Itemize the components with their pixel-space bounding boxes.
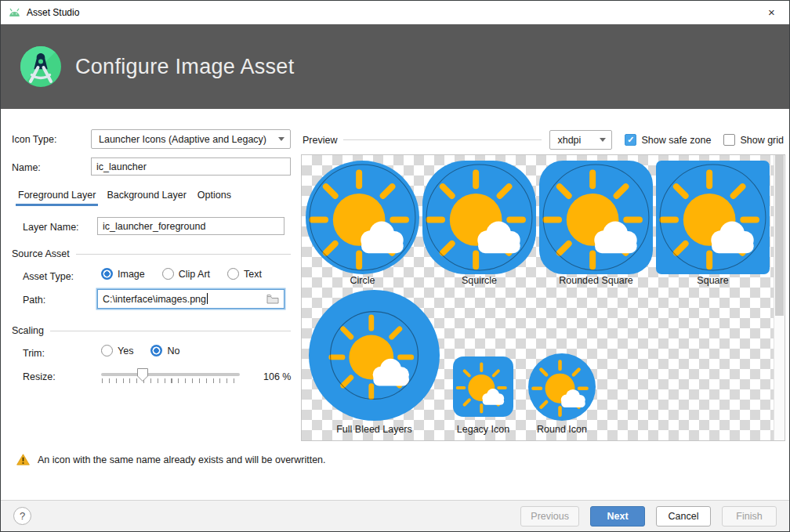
- chevron-down-icon: [600, 138, 606, 142]
- footer-buttons: PreviousNextCancelFinish: [520, 506, 777, 527]
- name-label: Name:: [12, 162, 41, 173]
- asset-type-radio-group: ImageClip ArtText: [101, 268, 274, 280]
- show-safe-zone-option[interactable]: ✓ Show safe zone: [625, 134, 711, 146]
- preview-tile-label-rounded-square: Rounded Square: [559, 275, 633, 286]
- main-content: Icon Type: Launcher Icons (Adaptive and …: [1, 109, 789, 501]
- path-input[interactable]: C:\interface\images.png: [97, 289, 284, 309]
- resize-slider[interactable]: [101, 367, 240, 385]
- chevron-down-icon: [278, 137, 284, 141]
- warning-message: An icon with the same name already exist…: [16, 454, 326, 465]
- name-value: ic_launcher: [96, 161, 147, 172]
- icon-type-value: Launcher Icons (Adaptive and Legacy): [99, 134, 266, 145]
- asset-type-radio-label: Image: [118, 269, 145, 280]
- path-label: Path:: [23, 295, 45, 306]
- source-asset-section-label: Source Asset: [12, 248, 70, 259]
- layer-name-label: Layer Name:: [23, 222, 79, 233]
- preview-tile-full-bleed-layers: [309, 290, 440, 421]
- preview-tile-round-icon: [528, 353, 596, 421]
- preview-divider: [343, 139, 542, 140]
- trim-radio-no[interactable]: [150, 345, 162, 356]
- asset-type-radio-text[interactable]: [227, 268, 239, 280]
- preview-tile-squircle: [422, 161, 536, 274]
- next-button[interactable]: Next: [590, 506, 645, 527]
- scaling-section: Scaling: [12, 325, 291, 336]
- window-title: Asset Studio: [27, 7, 79, 18]
- preview-header: Preview xhdpi ✓ Show safe zone Show grid: [303, 130, 784, 150]
- name-input[interactable]: ic_launcher: [91, 157, 291, 176]
- asset-type-radio-clip-art[interactable]: [162, 268, 174, 280]
- finish-button: Finish: [722, 506, 777, 527]
- source-asset-section: Source Asset: [12, 248, 291, 259]
- dialog-header: Configure Image Asset: [1, 24, 789, 109]
- show-safe-zone-label: Show safe zone: [641, 135, 711, 146]
- asset-type-radio-label: Clip Art: [179, 269, 210, 280]
- asset-studio-dialog: Asset Studio × Configure Image Asset Ico…: [0, 0, 790, 532]
- tab-foreground-layer[interactable]: Foreground Layer: [16, 186, 98, 206]
- resize-label: Resize:: [23, 371, 56, 382]
- preview-tile-label-full-bleed-layers: Full Bleed Layers: [336, 424, 412, 435]
- section-divider: [50, 331, 291, 331]
- preview-tile-label-legacy-icon: Legacy Icon: [457, 424, 509, 435]
- preview-scrollbar[interactable]: [774, 155, 785, 440]
- android-robot-icon: [8, 7, 21, 18]
- close-button[interactable]: ×: [754, 1, 789, 24]
- footer-bar: ? PreviousNextCancelFinish: [1, 500, 789, 531]
- preview-panel: Circle Squircle Rounded Square Square Fu…: [301, 154, 785, 441]
- trim-radio-group: YesNo: [101, 345, 192, 356]
- asset-type-radio-label: Text: [244, 269, 262, 280]
- show-grid-checkbox[interactable]: [723, 134, 735, 146]
- preview-tile-label-squircle: Squircle: [462, 275, 497, 286]
- preview-tile-label-square: Square: [697, 275, 728, 286]
- show-grid-option[interactable]: Show grid: [723, 134, 784, 146]
- preview-tile-rounded-square: [539, 161, 653, 274]
- preview-tile-circle: [306, 161, 419, 274]
- warning-text: An icon with the same name already exist…: [38, 454, 326, 465]
- warning-icon: [16, 454, 30, 465]
- tab-background-layer[interactable]: Background Layer: [104, 186, 188, 206]
- cancel-button[interactable]: Cancel: [656, 506, 711, 527]
- slider-track[interactable]: [101, 373, 240, 376]
- section-divider: [76, 254, 291, 255]
- text-caret: [207, 293, 208, 304]
- show-grid-label: Show grid: [740, 135, 784, 146]
- preview-tile-legacy-icon: [453, 356, 513, 417]
- page-title: Configure Image Asset: [75, 55, 294, 79]
- show-safe-zone-checkbox[interactable]: ✓: [625, 134, 636, 146]
- preview-tile-square: [656, 161, 770, 274]
- help-button[interactable]: ?: [13, 507, 31, 525]
- asset-type-label: Asset Type:: [23, 271, 74, 282]
- tab-options[interactable]: Options: [195, 186, 234, 206]
- slider-thumb[interactable]: [136, 367, 149, 382]
- scrollbar-thumb[interactable]: [775, 155, 784, 316]
- preview-tile-label-round-icon: Round Icon: [537, 424, 587, 435]
- icon-type-dropdown[interactable]: Launcher Icons (Adaptive and Legacy): [91, 129, 291, 149]
- scaling-section-label: Scaling: [12, 325, 44, 336]
- layer-name-value: ic_launcher_foreground: [103, 221, 205, 232]
- layer-name-input[interactable]: ic_launcher_foreground: [97, 217, 284, 235]
- trim-radio-label: Yes: [118, 346, 133, 356]
- slider-ticks: [102, 378, 240, 383]
- title-bar: Asset Studio ×: [1, 1, 789, 24]
- resize-value: 106 %: [263, 371, 291, 382]
- asset-type-radio-image[interactable]: [101, 268, 113, 280]
- preview-label: Preview: [303, 135, 337, 146]
- layer-tabs: Foreground LayerBackground LayerOptions: [16, 186, 234, 206]
- browse-folder-icon[interactable]: [266, 294, 279, 304]
- trim-label: Trim:: [23, 348, 45, 359]
- trim-radio-label: No: [167, 346, 179, 356]
- path-value: C:\interface\images.png: [103, 293, 208, 305]
- android-studio-logo-icon: [20, 46, 61, 87]
- density-value: xhdpi: [557, 135, 581, 146]
- trim-radio-yes[interactable]: [101, 345, 113, 356]
- icon-type-label: Icon Type:: [12, 134, 56, 145]
- previous-button: Previous: [520, 506, 579, 527]
- density-dropdown[interactable]: xhdpi: [549, 130, 612, 150]
- preview-tile-label-circle: Circle: [350, 275, 375, 286]
